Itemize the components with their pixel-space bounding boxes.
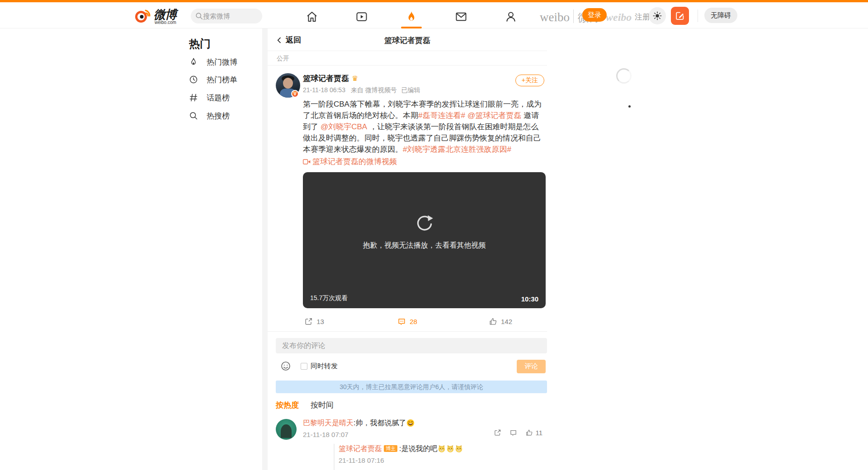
- theme-toggle-button[interactable]: [649, 7, 666, 24]
- share-icon: [494, 429, 501, 437]
- like-button[interactable]: 142: [454, 312, 547, 331]
- accessibility-button[interactable]: 无障碍: [704, 8, 737, 23]
- hash-icon: [189, 93, 198, 102]
- messages-icon[interactable]: [454, 9, 468, 24]
- main-column: 返回 篮球记者贾磊 公开 V +关注 篮球记者贾磊 ♛ 21-11-18 06:…: [268, 28, 547, 470]
- post-video-link-line: 篮球记者贾磊的微博视频: [303, 156, 546, 168]
- sidebar-title: 热门: [189, 37, 211, 51]
- profile-icon[interactable]: [504, 9, 518, 24]
- comment-actions: 11: [494, 429, 542, 437]
- blocklist-notice: 30天内，博主已拉黑恶意评论用户6人，请谨慎评论: [276, 381, 537, 393]
- reply-author-name[interactable]: 篮球记者贾磊: [339, 444, 382, 454]
- post-edited-flag: 已编辑: [401, 86, 420, 94]
- comment-button[interactable]: 28: [361, 312, 454, 331]
- search-icon: [195, 12, 203, 20]
- compose-pencil-icon: [675, 11, 685, 21]
- doge-emoji-icon: [446, 445, 454, 453]
- weibo-logo[interactable]: 微博 weibo.com: [134, 6, 179, 27]
- reply-time: 21-11-18 07:16: [339, 456, 573, 464]
- sidebar-item-topic-rank[interactable]: 话题榜: [189, 91, 261, 104]
- like-count: 142: [501, 318, 512, 325]
- commenter-avatar[interactable]: [276, 419, 297, 440]
- topic-link[interactable]: #刘晓宇透露北京连胜强敌原因#: [403, 145, 511, 154]
- mention-link[interactable]: @篮球记者贾磊: [467, 111, 521, 120]
- reply-item: 篮球记者贾磊 博主 :是说我的吧: [339, 444, 573, 464]
- top-accent-bar: [0, 0, 868, 2]
- weibo-eye-icon: [134, 6, 152, 24]
- loading-dot: [628, 105, 631, 108]
- post-text: 第一阶段CBA落下帷幕，刘晓宇本赛季的发挥让球迷们眼前一亮，成为了北京首钢后场的…: [303, 99, 546, 155]
- thumb-up-icon: [489, 317, 497, 326]
- commenter-name[interactable]: 巴黎明天是晴天: [303, 418, 354, 428]
- blocklist-notice-text: 30天内，博主已拉黑恶意评论用户6人，请谨慎评论: [276, 381, 547, 393]
- privacy-label: 公开: [268, 51, 547, 66]
- comment-text: :帅，我都说腻了: [354, 418, 406, 428]
- vip-crown-icon: ♛: [352, 74, 358, 83]
- flame-icon: [189, 57, 198, 66]
- tab-sort-by-hot[interactable]: 按热度: [276, 400, 299, 410]
- smiley-icon: [280, 361, 291, 371]
- follow-button[interactable]: +关注: [515, 75, 544, 86]
- comment-input[interactable]: 发布你的评论: [276, 338, 547, 353]
- video-error-text: 抱歉，视频无法播放，去看看其他视频: [303, 241, 546, 250]
- post-author-name[interactable]: 篮球记者贾磊: [303, 73, 349, 84]
- detail-header: 返回 篮球记者贾磊: [268, 28, 547, 51]
- share-count: 13: [316, 318, 324, 325]
- loading-spinner: [616, 68, 632, 84]
- comment-sort-tabs: 按热度 按时间: [276, 400, 545, 410]
- comment-icon: [397, 317, 406, 326]
- video-link[interactable]: 篮球记者贾磊的微博视频: [303, 156, 397, 167]
- navbar: 微博 weibo.com: [0, 2, 868, 28]
- share-icon: [304, 317, 313, 326]
- tab-sort-by-time[interactable]: 按时间: [311, 400, 334, 410]
- video-view-count: 15.7万次观看: [310, 294, 348, 302]
- sidebar-item-label: 热门微博: [207, 57, 237, 67]
- repost-toggle[interactable]: 同时转发: [301, 362, 338, 371]
- doge-emoji-icon: [455, 445, 463, 453]
- reply-thread: 篮球记者贾磊 博主 :是说我的吧: [334, 444, 573, 470]
- repost-checkbox[interactable]: [301, 363, 307, 370]
- comment-count: 28: [410, 318, 417, 325]
- mention-link[interactable]: @刘晓宇CBA: [321, 122, 367, 131]
- compose-button[interactable]: [671, 7, 689, 25]
- comment-like-count: 11: [535, 429, 542, 437]
- refresh-loading-icon: [414, 214, 435, 235]
- comment-share-button[interactable]: [494, 429, 501, 437]
- post-action-bar: 13 28 142: [268, 312, 547, 332]
- sun-icon: [653, 11, 662, 20]
- sidebar-item-label: 热搜榜: [207, 111, 230, 121]
- search-box[interactable]: [191, 9, 262, 24]
- share-button[interactable]: 13: [268, 312, 361, 331]
- video-channel-icon[interactable]: [354, 9, 369, 24]
- comment-like-button[interactable]: 11: [525, 429, 542, 437]
- magnifier-icon: [189, 111, 198, 120]
- video-player[interactable]: 抱歉，视频无法播放，去看看其他视频 15.7万次观看 10:30: [303, 172, 546, 308]
- column-gap: [262, 28, 268, 470]
- comment-composer: 发布你的评论 同时转发 评论: [268, 332, 547, 373]
- navbar-divider: [698, 9, 698, 22]
- comment-icon: [509, 429, 517, 437]
- comment-submit-button[interactable]: 评论: [517, 360, 546, 373]
- home-icon[interactable]: [305, 9, 319, 24]
- search-input[interactable]: [203, 12, 253, 20]
- login-button[interactable]: 登录: [582, 8, 607, 22]
- register-link[interactable]: 注册: [635, 12, 650, 22]
- sidebar-item-label: 话题榜: [207, 93, 230, 103]
- comment-reply-button[interactable]: [509, 429, 517, 437]
- sidebar-item-hot-weibo[interactable]: 热门微博: [189, 56, 261, 68]
- sidebar-item-hot-rank[interactable]: 热门榜单: [189, 73, 261, 86]
- video-duration: 10:30: [521, 295, 538, 303]
- laugh-emoji-icon: [406, 419, 415, 427]
- sidebar-item-label: 热门榜单: [207, 75, 237, 85]
- clock-icon: [189, 75, 198, 84]
- active-tab-underline: [401, 27, 422, 28]
- post: V +关注 篮球记者贾磊 ♛ 21-11-18 06:53 来自 微博视频号 已…: [268, 66, 547, 470]
- page-title: 篮球记者贾磊: [384, 35, 430, 46]
- sidebar-item-hot-search[interactable]: 热搜榜: [189, 109, 261, 122]
- logo-domain-text: weibo.com: [155, 20, 176, 25]
- hot-flame-icon[interactable]: [404, 9, 419, 24]
- emoji-picker-button[interactable]: [280, 361, 291, 371]
- topic-link[interactable]: #磊哥连连看#: [418, 111, 465, 120]
- doge-emoji-icon: [438, 445, 446, 453]
- back-button[interactable]: 返回: [276, 35, 301, 45]
